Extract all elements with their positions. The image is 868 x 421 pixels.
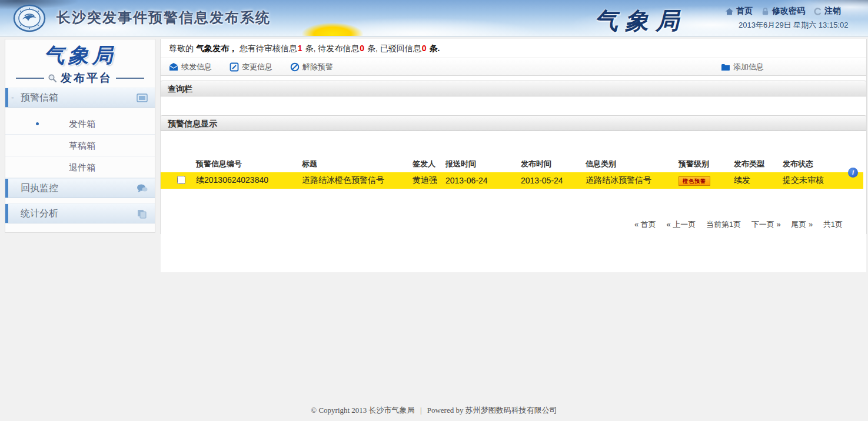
cancel-warning-button[interactable]: 解除预警 — [290, 62, 333, 72]
query-section-header[interactable]: 查询栏 — [161, 81, 866, 96]
lock-icon — [761, 7, 770, 16]
col-publish-type: 发布类型 — [734, 159, 783, 169]
col-title: 标题 — [302, 159, 413, 169]
change-password-link[interactable]: 修改密码 — [761, 6, 805, 16]
top-header: 长沙突发事件预警信息发布系统 气象局 首页 修改密码 注销 — [0, 0, 868, 36]
footer-separator: | — [420, 406, 422, 415]
action-toolbar: 续发信息 变更信息 解除预警 添加信息 — [161, 58, 866, 76]
cell-category: 道路结冰预警信号 — [586, 175, 679, 186]
footer: © Copyright 2013 长沙市气象局 | Powered by 苏州梦… — [0, 405, 868, 416]
col-publish-time: 发布时间 — [521, 159, 586, 169]
level-badge[interactable]: 橙色预警 — [679, 176, 710, 186]
sidebar-brand-subtitle: 发布平台 — [61, 71, 112, 86]
cell-status: 提交未审核 — [783, 175, 859, 186]
sidebar-brand-subtitle-row: 发布平台 — [5, 71, 155, 86]
sidebar-item-receipt-monitor-label: 回执监控 — [21, 183, 58, 193]
resend-mail-icon — [169, 62, 178, 72]
pagination-current: 当前第1页 — [706, 220, 741, 229]
home-icon — [725, 7, 734, 16]
table-row[interactable]: 续20130624023840 道路结冰橙色预警信号 黄迪强 2013-06-2… — [161, 172, 863, 189]
pagination-prev[interactable]: « 上一页 — [667, 220, 696, 229]
sidebar-item-outbox-label: 发件箱 — [69, 119, 95, 129]
table-header-row: 预警信息编号 标题 签发人 报送时间 发布时间 信息类别 预警级别 发布类型 发… — [161, 156, 866, 172]
ban-icon — [290, 62, 300, 72]
row-checkbox[interactable] — [177, 176, 185, 184]
pagination-next[interactable]: 下一页 » — [751, 220, 781, 229]
sidebar-item-returned[interactable]: 退件箱 — [5, 156, 155, 178]
logout-link[interactable]: 注销 — [813, 6, 841, 16]
org-name-wordmark: 气象局 — [594, 5, 686, 37]
col-signer: 签发人 — [413, 159, 445, 169]
cell-title[interactable]: 道路结冰橙色预警信号 — [302, 175, 413, 186]
cell-publish-time: 2013-05-24 — [521, 176, 586, 185]
cell-publish-type: 续发 — [734, 175, 783, 186]
rejected-count: 0 — [421, 44, 427, 53]
sidebar-item-statistics-label: 统计分析 — [21, 208, 58, 218]
app-root: 长沙突发事件预警信息发布系统 气象局 首页 修改密码 注销 — [0, 0, 868, 421]
greeting-text-3: 条, 已驳回信息 — [367, 44, 421, 53]
mailbox-icon — [137, 93, 148, 103]
change-info-label: 变更信息 — [242, 62, 272, 72]
col-category: 信息类别 — [586, 159, 679, 169]
add-info-label: 添加信息 — [733, 62, 764, 72]
copy-icon — [137, 209, 148, 219]
greeting-username: 气象发布， — [196, 44, 237, 53]
resend-info-button[interactable]: 续发信息 — [169, 62, 212, 72]
cell-level: 橙色预警 — [679, 175, 734, 186]
logout-icon — [813, 7, 822, 16]
folder-icon — [721, 62, 730, 72]
greeting-text-2: 条, 待发布信息 — [305, 44, 359, 53]
main-content: 尊敬的 气象发布， 您有待审核信息1 条, 待发布信息0 条, 已驳回信息0 条… — [160, 39, 867, 234]
sidebar-item-returned-label: 退件箱 — [69, 162, 95, 172]
warning-table: i 预警信息编号 标题 签发人 报送时间 发布时间 信息类别 预警级别 发布类型… — [161, 156, 866, 272]
resend-info-label: 续发信息 — [181, 62, 212, 72]
col-warning-id: 预警信息编号 — [196, 159, 302, 169]
bureau-emblem-logo — [13, 4, 46, 32]
greeting-bar: 尊敬的 气象发布， 您有待审核信息1 条, 待发布信息0 条, 已驳回信息0 条… — [161, 39, 866, 58]
footer-copyright: © Copyright 2013 长沙市气象局 — [311, 406, 414, 415]
sidebar-brand-title: 气象局 — [5, 39, 155, 69]
footer-powered-by: Powered by 苏州梦图数码科技有限公司 — [427, 406, 557, 415]
cell-report-time: 2013-06-24 — [445, 176, 521, 185]
pagination-first[interactable]: « 首页 — [634, 220, 656, 229]
header-nav: 首页 修改密码 注销 — [725, 6, 841, 16]
pagination-total: 共1页 — [823, 220, 843, 229]
cancel-warning-label: 解除预警 — [302, 62, 333, 72]
sidebar: 气象局 发布平台 - 预警信箱 发件箱 — [5, 39, 155, 233]
submenu-spacer — [5, 198, 155, 203]
checkbox-cell — [177, 176, 196, 186]
cell-warning-id[interactable]: 续20130624023840 — [196, 175, 302, 186]
submenu-spacer — [5, 108, 155, 113]
greeting-prefix: 尊敬的 — [169, 44, 194, 53]
info-icon[interactable]: i — [848, 168, 858, 178]
cell-signer: 黄迪强 — [413, 175, 445, 186]
warning-display-section-header[interactable]: 预警信息显示 — [161, 115, 866, 131]
logout-label: 注销 — [824, 6, 841, 16]
search-icon — [48, 73, 57, 83]
sidebar-brand: 气象局 发布平台 — [5, 39, 155, 88]
brand-rule-right — [116, 78, 144, 79]
greeting-text-4: 条. — [429, 44, 440, 53]
col-level: 预警级别 — [679, 159, 734, 169]
pending-review-count: 1 — [297, 44, 303, 53]
sidebar-item-warning-inbox[interactable]: - 预警信箱 — [5, 88, 155, 108]
pending-publish-count: 0 — [359, 44, 365, 53]
pagination-last[interactable]: 尾页 » — [791, 220, 813, 229]
change-password-label: 修改密码 — [772, 6, 805, 16]
sidebar-item-statistics[interactable]: 统计分析 — [5, 203, 155, 223]
greeting-text-1: 您有待审核信息 — [240, 44, 297, 53]
sidebar-item-receipt-monitor[interactable]: 回执监控 — [5, 178, 155, 198]
chat-icon — [137, 183, 148, 193]
collapse-indicator: - — [11, 88, 14, 107]
sidebar-item-drafts-label: 草稿箱 — [69, 141, 95, 151]
home-link-label: 首页 — [736, 6, 753, 16]
home-link[interactable]: 首页 — [725, 6, 753, 16]
brand-rule-left — [16, 78, 44, 79]
sidebar-item-outbox[interactable]: 发件箱 — [5, 113, 155, 135]
edit-icon — [230, 62, 239, 72]
add-info-button[interactable]: 添加信息 — [721, 62, 764, 72]
sidebar-item-drafts[interactable]: 草稿箱 — [5, 135, 155, 156]
header-datetime: 2013年6月29日 星期六 13:15:02 — [739, 20, 848, 31]
change-info-button[interactable]: 变更信息 — [230, 62, 272, 72]
sidebar-item-warning-inbox-label: 预警信箱 — [21, 92, 58, 102]
